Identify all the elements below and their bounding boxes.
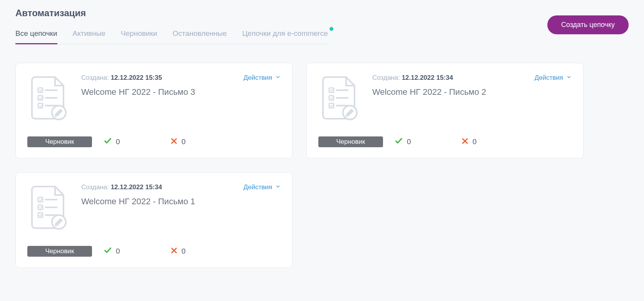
cross-icon [170, 137, 178, 147]
created-text: Создана: 12.12.2022 15:34 [372, 74, 453, 82]
chain-title: Welcome НГ 2022 - Письмо 3 [81, 87, 281, 97]
chain-card: Создана: 12.12.2022 15:35 Действия Welco… [15, 63, 293, 158]
tab-2[interactable]: Черновики [121, 29, 157, 44]
page-title: Автоматизация [15, 8, 328, 18]
success-stat: 0 [104, 137, 120, 147]
status-badge: Черновик [318, 136, 383, 147]
created-text: Создана: 12.12.2022 15:35 [81, 74, 162, 82]
success-stat: 0 [104, 246, 120, 257]
chevron-down-icon [275, 74, 281, 82]
document-draft-icon [318, 74, 361, 120]
create-chain-button[interactable]: Создать цепочку [547, 15, 629, 34]
tab-4[interactable]: Цепочки для e-commerce [242, 29, 328, 44]
document-draft-icon [27, 74, 70, 120]
tab-1[interactable]: Активные [73, 29, 105, 44]
status-badge: Черновик [27, 246, 92, 257]
tab-0[interactable]: Все цепочки [15, 29, 57, 44]
actions-dropdown[interactable]: Действия [244, 183, 281, 191]
document-draft-icon [27, 183, 70, 230]
tab-3[interactable]: Остановленные [172, 29, 227, 44]
check-icon [104, 246, 112, 257]
chain-title: Welcome НГ 2022 - Письмо 1 [81, 197, 281, 207]
fail-stat: 0 [461, 137, 477, 147]
chain-card: Создана: 12.12.2022 15:34 Действия Welco… [15, 172, 293, 268]
success-stat: 0 [395, 137, 411, 147]
fail-stat: 0 [170, 137, 186, 147]
fail-stat: 0 [170, 247, 186, 256]
notification-dot-icon [330, 27, 333, 31]
tabs: Все цепочкиАктивныеЧерновикиОстановленны… [15, 29, 328, 44]
chain-title: Welcome НГ 2022 - Письмо 2 [372, 87, 572, 97]
status-badge: Черновик [27, 136, 92, 147]
created-text: Создана: 12.12.2022 15:34 [81, 183, 162, 191]
check-icon [104, 137, 112, 147]
chain-card: Создана: 12.12.2022 15:34 Действия Welco… [306, 63, 584, 158]
cross-icon [170, 247, 178, 256]
chevron-down-icon [275, 183, 281, 191]
actions-dropdown[interactable]: Действия [244, 74, 281, 82]
actions-dropdown[interactable]: Действия [535, 74, 572, 82]
chevron-down-icon [566, 74, 572, 82]
check-icon [395, 137, 403, 147]
cross-icon [461, 137, 469, 147]
cards-grid: Создана: 12.12.2022 15:35 Действия Welco… [15, 63, 629, 268]
